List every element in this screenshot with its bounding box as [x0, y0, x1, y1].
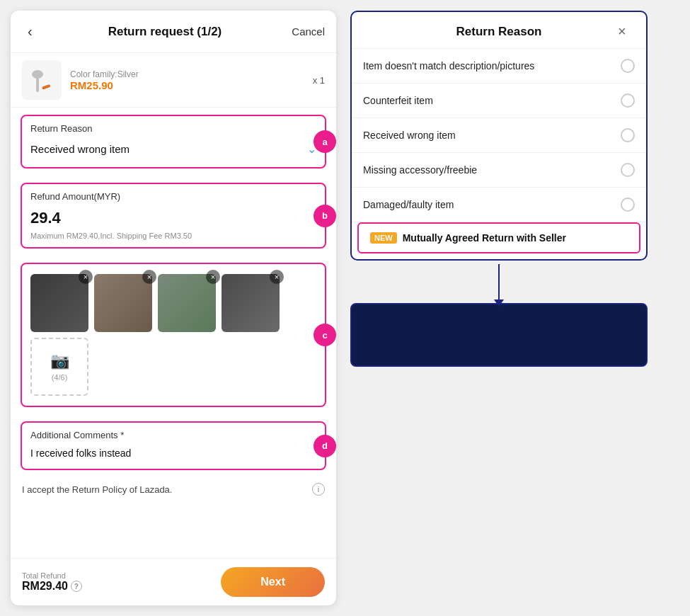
- arrow-container: [350, 261, 648, 303]
- svg-rect-1: [36, 78, 39, 92]
- total-refund-label: Total Refund: [22, 571, 82, 580]
- reason-text-4: Damaged/faulty item: [363, 199, 454, 210]
- product-image: [22, 60, 62, 100]
- radio-1: [621, 93, 635, 108]
- page-header: ‹ Return request (1/2) Cancel: [11, 11, 336, 53]
- section-c-badge: c: [314, 324, 336, 346]
- modal-close-button[interactable]: ×: [618, 23, 635, 40]
- cancel-button[interactable]: Cancel: [292, 25, 325, 38]
- reason-item-1[interactable]: Counterfeit item: [352, 84, 646, 118]
- comment-value[interactable]: I received folks instead: [30, 445, 316, 462]
- back-button[interactable]: ‹: [22, 21, 38, 42]
- camera-icon: 📷: [50, 352, 69, 370]
- refund-amount-value[interactable]: 29.4: [30, 206, 316, 230]
- form-body: Return Reason Received wrong item ⌄ a Re…: [11, 108, 336, 605]
- total-refund-amount: RM29.40 ?: [22, 580, 82, 593]
- new-option-row[interactable]: NEW Mutually Agreed Return with Seller: [357, 222, 640, 253]
- photo-thumb-3: ×: [158, 274, 216, 332]
- reason-item-2[interactable]: Received wrong item: [352, 118, 646, 153]
- reason-item-4[interactable]: Damaged/faulty item: [352, 188, 646, 222]
- total-refund-block: Total Refund RM29.40 ?: [22, 571, 82, 593]
- reason-item-0[interactable]: Item doesn't match description/pictures: [352, 49, 646, 84]
- section-d-badge: d: [314, 435, 336, 457]
- left-panel: ‹ Return request (1/2) Cancel Color fami…: [11, 11, 336, 605]
- product-row: Color family:Silver RM25.90 x 1: [11, 53, 336, 108]
- policy-info-icon[interactable]: i: [312, 483, 325, 496]
- total-info-icon[interactable]: ?: [71, 581, 82, 592]
- next-button[interactable]: Next: [221, 567, 325, 597]
- product-color: Color family:Silver: [70, 69, 304, 79]
- section-a-badge: a: [314, 130, 336, 153]
- photo-thumb-2: ×: [94, 274, 152, 332]
- new-option-text: Mutually Agreed Return with Seller: [403, 232, 566, 244]
- radio-2: [621, 128, 635, 142]
- refund-amount-section: Refund Amount(MYR) 29.4 Maximum RM29.40,…: [21, 183, 326, 249]
- policy-text: I accept the Return Policy of Lazada.: [22, 484, 172, 495]
- selected-reason: Received wrong item: [30, 143, 130, 155]
- arrow-line: [498, 264, 500, 300]
- svg-point-0: [32, 70, 43, 79]
- modal-header: Return Reason ×: [352, 12, 646, 49]
- right-panel: Return Reason × Item doesn't match descr…: [350, 11, 648, 367]
- add-photo-button[interactable]: 📷 (4/6): [30, 338, 88, 396]
- arrow-head: [494, 300, 504, 307]
- remove-photo-2-button[interactable]: ×: [142, 270, 156, 284]
- policy-row: I accept the Return Policy of Lazada. i: [11, 477, 336, 501]
- photos-grid: × × × × 📷 (4/6): [30, 271, 316, 399]
- reason-text-2: Received wrong item: [363, 130, 456, 141]
- reason-item-3[interactable]: Missing accessory/freebie: [352, 153, 646, 188]
- radio-3: [621, 163, 635, 177]
- reason-text-0: Item doesn't match description/pictures: [363, 60, 534, 72]
- reason-list: Item doesn't match description/pictures …: [352, 49, 646, 253]
- remove-photo-3-button[interactable]: ×: [206, 270, 220, 284]
- refund-max-note: Maximum RM29.40,Incl. Shipping Fee RM3.5…: [30, 232, 316, 240]
- reason-text-1: Counterfeit item: [363, 95, 433, 106]
- product-price: RM25.90: [70, 79, 304, 91]
- comments-section: Additional Comments * I received folks i…: [21, 421, 326, 470]
- modal-title: Return Reason: [380, 25, 618, 39]
- comments-label: Additional Comments *: [30, 430, 316, 440]
- photos-section: × × × × 📷 (4/6) c: [21, 263, 326, 407]
- radio-0: [621, 59, 635, 73]
- photo-thumb-1: ×: [30, 274, 88, 332]
- return-reason-dropdown[interactable]: Received wrong item ⌄: [30, 138, 316, 160]
- photo-count-label: (4/6): [52, 373, 68, 382]
- product-info: Color family:Silver RM25.90: [70, 69, 304, 91]
- return-reason-modal: Return Reason × Item doesn't match descr…: [350, 11, 648, 261]
- page-title: Return request (1/2): [108, 25, 222, 39]
- product-qty: x 1: [313, 75, 325, 86]
- svg-rect-2: [42, 84, 51, 90]
- remove-photo-1-button[interactable]: ×: [79, 270, 93, 284]
- section-b-badge: b: [314, 205, 336, 227]
- return-reason-label: Return Reason: [30, 123, 316, 134]
- footer-bar: Total Refund RM29.40 ? Next: [11, 558, 336, 605]
- reason-text-3: Missing accessory/freebie: [363, 164, 477, 176]
- refund-label: Refund Amount(MYR): [30, 191, 316, 202]
- radio-4: [621, 198, 635, 212]
- remove-photo-4-button[interactable]: ×: [270, 270, 284, 284]
- new-badge: NEW: [370, 232, 397, 244]
- total-amount-value: RM29.40: [22, 580, 68, 593]
- photo-thumb-4: ×: [222, 274, 280, 332]
- return-reason-section: Return Reason Received wrong item ⌄ a: [21, 115, 326, 169]
- bottom-info-box: [350, 303, 648, 367]
